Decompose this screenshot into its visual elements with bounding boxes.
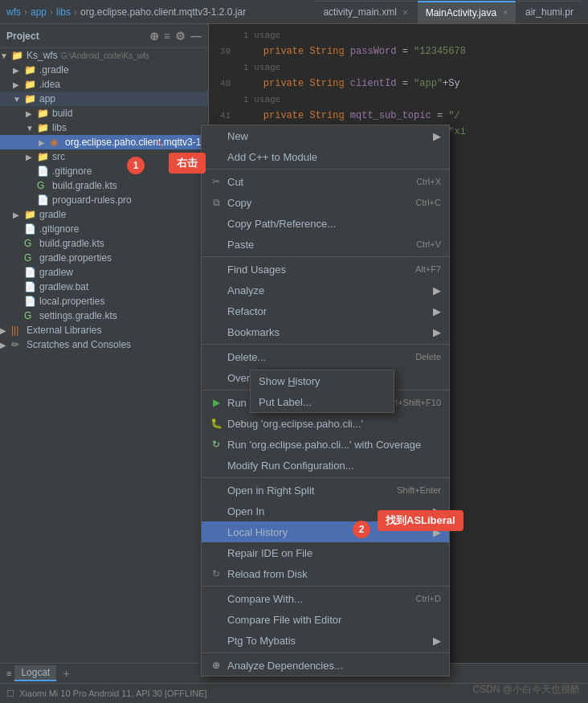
menu-item-find-usages[interactable]: Find Usages Alt+F7 [202, 259, 449, 280]
tree-label: gradle [39, 209, 66, 220]
code-line-39: 39 private String passWord = "12345678 [209, 43, 588, 59]
tree-expand-arrow: ▼ [0, 51, 11, 60]
tree-arrow: ▶ [13, 210, 24, 219]
shortcut-label: Alt+F7 [415, 264, 441, 274]
menu-item-debug[interactable]: 🐛 Debug 'org.eclipse.paho.cli...' [202, 413, 449, 434]
tree-path: G:\Android_code\Ks_wfs [61, 51, 149, 60]
tree-item-scratches[interactable]: ▶ ✏ Scratches and Consoles [0, 337, 208, 352]
menu-separator [202, 169, 449, 170]
menu-item-copy[interactable]: ⧉ Copy Ctrl+C [202, 192, 449, 213]
tree-item-idea[interactable]: ▶ 📁 .idea [0, 77, 208, 92]
tree-item-localprops[interactable]: ▶ 📄 local.properties [0, 294, 208, 309]
tab-mainactivity[interactable]: MainActivity.java × [418, 1, 516, 23]
breadcrumb-wfs[interactable]: wfs [6, 6, 21, 18]
menu-separator [202, 586, 449, 587]
menu-item-ptg-mybatis[interactable]: Ptg To Mybatis ▶ [202, 630, 449, 651]
code-hint-2: 1 usage [209, 59, 588, 76]
menu-item-new[interactable]: New ▶ [202, 125, 449, 146]
menu-separator [202, 477, 449, 478]
tree-item-gradle[interactable]: ▶ 📁 .gradle [0, 63, 208, 77]
tree-item-ext-libs[interactable]: ▶ ||| External Libraries [0, 323, 208, 337]
tree-label: gradlew.bat [39, 281, 88, 292]
tab-close-icon[interactable]: × [503, 8, 508, 17]
tree-item-build[interactable]: ▶ 📁 build [0, 106, 208, 121]
menu-item-copy-path[interactable]: Copy Path/Reference... [202, 213, 449, 234]
tree-item-ks-wfs[interactable]: ▼ 📁 Ks_wfs G:\Android_code\Ks_wfs [0, 48, 208, 63]
tree-item-settings-gradle[interactable]: ▶ G settings.gradle.kts [0, 309, 208, 323]
find-asliberal-bubble: 找到ASLiberal [378, 510, 463, 531]
tree-item-buildgradle2[interactable]: ▶ G build.gradle.kts [0, 236, 208, 251]
jar-icon: ◉ [50, 137, 63, 148]
settings-icon[interactable]: ⚙ [175, 30, 186, 43]
tree-label: proguard-rules.pro [52, 194, 132, 206]
menu-item-analyze-deps[interactable]: ⊕ Analyze Dependencies... [202, 655, 449, 676]
menu-item-add-cpp[interactable]: Add C++ to Module [202, 146, 449, 167]
tree-arrow: ▼ [26, 124, 37, 133]
tree-item-proguard[interactable]: ▶ 📄 proguard-rules.pro [0, 193, 208, 207]
tree-arrow: ▶ [0, 326, 11, 335]
submenu-arrow: ▶ [433, 635, 441, 647]
close-sidebar-icon[interactable]: — [190, 30, 202, 43]
logcat-add-button[interactable]: + [59, 667, 72, 680]
tree-label: libs [52, 122, 67, 133]
tree-label: gradlew [39, 267, 73, 278]
analyze-icon: ⊕ [210, 660, 223, 671]
menu-item-delete[interactable]: Delete... Delete [202, 346, 449, 367]
submenu-arrow: ▶ [433, 326, 441, 338]
tree-label: build.gradle.kts [52, 180, 117, 191]
tree-label: External Libraries [27, 325, 101, 336]
file-icon: 📄 [24, 281, 37, 292]
file-icon: 📄 [24, 296, 37, 307]
breadcrumb-libs[interactable]: libs [56, 6, 71, 18]
submenu-item-put-label[interactable]: Put Label... [251, 391, 394, 412]
tree-item-gradlew[interactable]: ▶ 📄 gradlew [0, 265, 208, 280]
menu-item-paste[interactable]: Paste Ctrl+V [202, 234, 449, 255]
tree-item-gradleprops[interactable]: ▶ G gradle.properties [0, 251, 208, 265]
code-hint-1: 1 usage [209, 27, 588, 43]
menu-item-open-right-split[interactable]: Open in Right Split Shift+Enter [202, 480, 449, 501]
tab-air-humi[interactable]: air_humi.pr [517, 1, 582, 23]
tree-item-libs[interactable]: ▼ 📁 libs [0, 121, 208, 135]
breadcrumb-app[interactable]: app [31, 6, 47, 18]
submenu-item-show-history[interactable]: Show History [251, 370, 394, 391]
tab-close-icon[interactable]: × [403, 8, 408, 17]
menu-item-reload[interactable]: ↻ Reload from Disk [202, 563, 449, 584]
menu-item-repair-ide[interactable]: Repair IDE on File [202, 542, 449, 563]
menu-label: Find Usages [227, 264, 286, 276]
watermark: CSDN @小白今天也很酷 [472, 683, 580, 697]
menu-item-cut[interactable]: ✂ Cut Ctrl+X [202, 171, 449, 192]
tab-activity-main[interactable]: activity_main.xml × [315, 1, 415, 23]
tree-item-app[interactable]: ▼ 📁 app [0, 92, 208, 106]
logcat-tab[interactable]: Logcat [14, 665, 56, 681]
menu-label: Run 'org.eclipse.paho.cli...' with Cover… [227, 439, 421, 451]
tree-item-gradlewbat[interactable]: ▶ 📄 gradlew.bat [0, 280, 208, 294]
tree-item-buildgradle1[interactable]: ▶ G build.gradle.kts [0, 178, 208, 193]
file-icon: 📄 [37, 166, 50, 177]
menu-item-modify-run[interactable]: Modify Run Configuration... [202, 455, 449, 476]
submenu-arrow: ▶ [433, 130, 441, 142]
menu-item-analyze[interactable]: Analyze ▶ [202, 280, 449, 300]
submenu-arrow: ▶ [433, 284, 441, 296]
tree-item-jar[interactable]: ▶ ◉ org.eclipse.paho.client.mqttv3-1 2.0… [0, 135, 208, 149]
shortcut-label: Ctrl+X [416, 177, 441, 186]
tree-arrow: ▶ [13, 66, 24, 75]
collapse-icon[interactable]: ≡ [164, 30, 170, 43]
sidebar-icons: ⊕ ≡ ⚙ — [149, 30, 202, 43]
menu-label: Ptg To Mybatis [227, 635, 296, 647]
shortcut-label: Ctrl+D [416, 594, 441, 603]
file-icon: 📄 [24, 223, 37, 235]
menu-item-refactor[interactable]: Refactor ▶ [202, 300, 449, 321]
menu-item-compare-editor[interactable]: Compare File with Editor [202, 609, 449, 630]
menu-item-run-coverage[interactable]: ↻ Run 'org.eclipse.paho.cli...' with Cov… [202, 434, 449, 455]
menu-label: Open In [227, 505, 264, 517]
code-line-41: 41 private String mqtt_sub_topic = "/ [209, 108, 588, 124]
sync-icon[interactable]: ⊕ [149, 30, 159, 43]
right-click-bubble: 右击 [169, 153, 206, 174]
tree-item-gitignore2[interactable]: ▶ 📄 .gitignore [0, 222, 208, 236]
tree-item-gradle2[interactable]: ▶ 📁 gradle [0, 207, 208, 222]
tree-label: src [52, 151, 65, 162]
menu-item-compare-with[interactable]: Compare With... Ctrl+D [202, 588, 449, 609]
menu-label: Copy [227, 197, 251, 209]
folder-icon: 📁 [11, 50, 24, 61]
menu-item-bookmarks[interactable]: Bookmarks ▶ [202, 321, 449, 342]
